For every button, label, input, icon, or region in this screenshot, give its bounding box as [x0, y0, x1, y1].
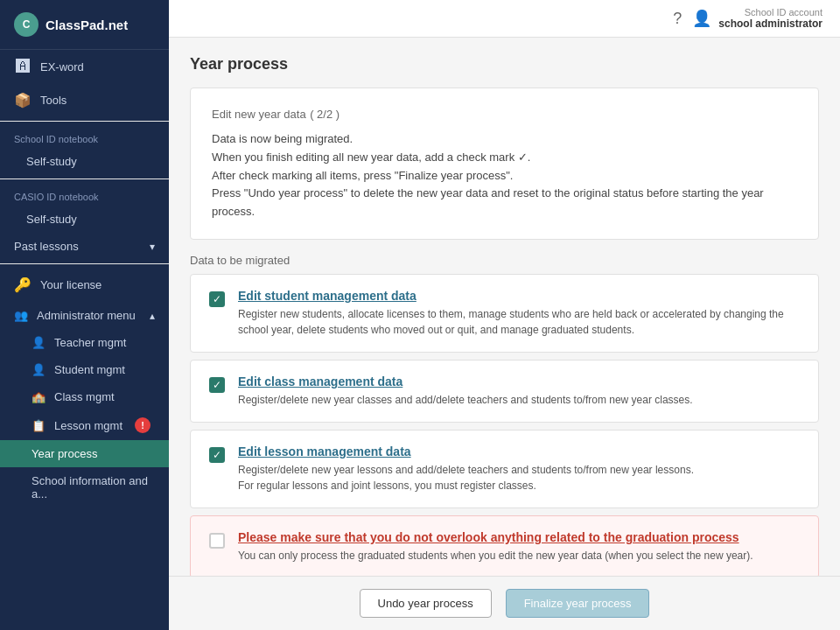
section-label-casio-id: CASIO ID notebook [0, 183, 169, 206]
checkbox-checked-icon: ✓ [209, 447, 225, 463]
person-icon: 👤 [32, 336, 46, 349]
card-title-student[interactable]: Edit student management data [238, 289, 801, 303]
sidebar-item-label: Class mgmt [54, 390, 115, 403]
card-title-class[interactable]: Edit class management data [238, 374, 693, 388]
lesson-icon: 📋 [32, 419, 46, 432]
sidebar-item-self-study-2[interactable]: Self-study [0, 206, 169, 233]
checkbox-class[interactable]: ✓ [208, 376, 226, 394]
checkbox-lesson[interactable]: ✓ [208, 446, 226, 464]
section-label-data: Data to be migrated [190, 254, 819, 267]
card-body-student: Edit student management data Register ne… [238, 289, 801, 338]
help-icon[interactable]: ? [673, 10, 682, 28]
chevron-down-icon: ▾ [150, 241, 155, 253]
sidebar-item-label: Past lessons [14, 240, 79, 253]
content-area: Year process Edit new year data ( 2/2 ) … [169, 38, 840, 576]
logo-icon: C [14, 12, 38, 37]
sidebar-item-label: Year process [32, 447, 97, 460]
chevron-up-icon: ▴ [150, 310, 155, 322]
sidebar-item-tools[interactable]: 📦 Tools [0, 83, 169, 117]
card-class-mgmt: ✓ Edit class management data Register/de… [190, 360, 819, 423]
sidebar: C ClassPad.net 🅰 EX-word 📦 Tools School … [0, 0, 169, 630]
sidebar-item-label: EX-word [40, 60, 84, 74]
sidebar-item-your-license[interactable]: 🔑 Your license [0, 268, 169, 302]
footer: Undo year process Finalize year process [169, 576, 840, 630]
card-body-graduation: Please make sure that you do not overloo… [238, 530, 753, 564]
card-body-class: Edit class management data Register/dele… [238, 374, 693, 408]
sidebar-item-lesson-mgmt[interactable]: 📋 Lesson mgmt ! [0, 410, 169, 440]
info-line-2: When you finish editing all new year dat… [212, 149, 797, 167]
topbar: ? 👤 School ID account school administrat… [169, 0, 840, 38]
page-title: Year process [190, 55, 819, 74]
notification-badge: ! [135, 417, 150, 433]
info-heading-suffix: ( 2/2 ) [310, 108, 340, 121]
user-info: 👤 School ID account school administrator [692, 7, 822, 30]
tools-icon: 📦 [14, 92, 32, 108]
logo-text: ClassPad.net [46, 18, 128, 32]
card-desc-lesson: Register/delete new year lessons and add… [238, 462, 694, 494]
sidebar-item-label: Student mgmt [54, 363, 125, 376]
undo-button[interactable]: Undo year process [360, 589, 492, 618]
card-student-mgmt: ✓ Edit student management data Register … [190, 274, 819, 353]
sidebar-item-label: Teacher mgmt [54, 336, 126, 349]
checkbox-checked-icon: ✓ [209, 377, 225, 393]
sidebar-item-label: School information and a... [32, 474, 155, 500]
sidebar-item-label: Tools [40, 94, 66, 107]
section-label-school-id: School ID notebook [0, 125, 169, 148]
info-box: Edit new year data ( 2/2 ) Data is now b… [190, 88, 819, 240]
finalize-button[interactable]: Finalize year process [506, 589, 650, 618]
main-area: ? 👤 School ID account school administrat… [169, 0, 840, 630]
account-name: school administrator [718, 18, 822, 30]
admin-icon: 👥 [14, 309, 28, 322]
sidebar-item-teacher-mgmt[interactable]: 👤 Teacher mgmt [0, 329, 169, 356]
user-account-icon: 👤 [692, 9, 711, 28]
logo[interactable]: C ClassPad.net [0, 0, 169, 50]
info-heading: Edit new year data ( 2/2 ) [212, 106, 797, 122]
account-type: School ID account [718, 7, 822, 18]
sidebar-item-label: Self-study [26, 155, 77, 168]
checkbox-student[interactable]: ✓ [208, 290, 226, 308]
person-icon: 👤 [32, 363, 46, 376]
info-line-3: After check marking all items, press "Fi… [212, 167, 797, 186]
card-title-lesson[interactable]: Edit lesson management data [238, 444, 694, 458]
checkbox-unchecked-icon [209, 533, 225, 549]
checkbox-graduation[interactable] [208, 532, 226, 550]
sidebar-item-label: Self-study [26, 213, 77, 226]
sidebar-item-school-info[interactable]: School information and a... [0, 467, 169, 508]
sidebar-item-label: Your license [40, 278, 102, 291]
card-graduation: Please make sure that you do not overloo… [190, 515, 819, 576]
card-title-graduation[interactable]: Please make sure that you do not overloo… [238, 530, 753, 544]
card-desc-student: Register new students, allocate licenses… [238, 306, 801, 338]
sidebar-item-admin-menu[interactable]: 👥 Administrator menu ▴ [0, 302, 169, 329]
card-desc-graduation: You can only process the graduated stude… [238, 548, 753, 564]
card-desc-class: Register/delete new year classes and add… [238, 392, 693, 408]
sidebar-item-label: Administrator menu [37, 309, 136, 322]
sidebar-item-class-mgmt[interactable]: 🏫 Class mgmt [0, 383, 169, 410]
sidebar-item-self-study-1[interactable]: Self-study [0, 148, 169, 175]
info-line-4: Press "Undo year process" to delete the … [212, 185, 797, 221]
info-line-1: Data is now being migrated. [212, 130, 797, 149]
key-icon: 🔑 [14, 276, 32, 293]
class-icon: 🏫 [32, 390, 46, 403]
card-lesson-mgmt: ✓ Edit lesson management data Register/d… [190, 430, 819, 508]
sidebar-item-past-lessons[interactable]: Past lessons ▾ [0, 233, 169, 260]
ex-word-icon: 🅰 [14, 59, 32, 74]
sidebar-item-label: Lesson mgmt [54, 419, 122, 432]
card-body-lesson: Edit lesson management data Register/del… [238, 444, 694, 494]
sidebar-item-student-mgmt[interactable]: 👤 Student mgmt [0, 356, 169, 383]
sidebar-item-year-process[interactable]: Year process [0, 440, 169, 467]
sidebar-item-ex-word[interactable]: 🅰 EX-word [0, 50, 169, 83]
checkbox-checked-icon: ✓ [209, 291, 225, 307]
